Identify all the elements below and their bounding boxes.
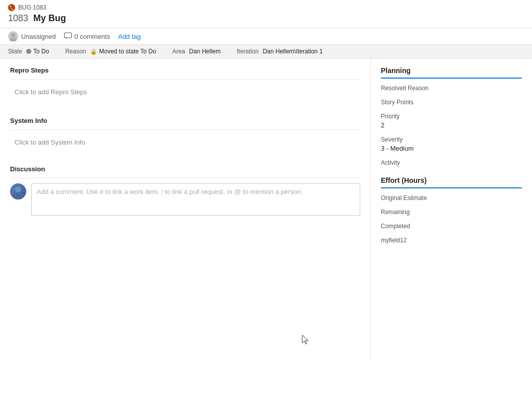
resolved-reason-label: Resolved Reason <box>381 85 522 92</box>
completed-label: Completed <box>381 223 522 230</box>
comments-count: 0 comments <box>75 33 110 40</box>
priority-label: Priority <box>381 113 522 120</box>
original-estimate-label: Original Estimate <box>381 194 522 202</box>
completed-field: Completed <box>381 223 522 230</box>
bug-label: 🐛 BUG 1083 <box>8 4 524 11</box>
reason-label: Reason <box>65 48 86 55</box>
title-bar: 🐛 BUG 1083 1083 My Bug <box>0 0 532 28</box>
work-item-id: 1083 <box>8 13 28 24</box>
remaining-label: Remaining <box>381 209 522 216</box>
state-field-group: State To Do <box>8 48 49 55</box>
repro-steps-input[interactable]: Click to add Repro Steps <box>10 85 360 105</box>
system-info-placeholder: Click to add System Info <box>15 139 85 146</box>
story-points-label: Story Points <box>381 99 522 106</box>
area-field-group: Area Dan Hellem <box>172 48 221 55</box>
area-label: Area <box>172 48 185 55</box>
bug-icon: 🐛 <box>8 4 15 11</box>
discussion-section: Discussion Add a comment. Use # to link … <box>10 165 360 216</box>
discussion-divider <box>10 178 360 178</box>
iteration-label: Iteration <box>237 48 258 55</box>
work-item-title: 1083 My Bug <box>8 13 524 24</box>
activity-field: Activity <box>381 159 522 166</box>
iteration-field-group: Iteration Dan Hellem\Iteration 1 <box>237 48 323 55</box>
assignee-field[interactable]: Unassigned <box>8 31 56 41</box>
work-item-name: My Bug <box>33 13 66 24</box>
activity-label: Activity <box>381 159 522 166</box>
assignee-icon <box>8 31 18 41</box>
lock-icon: 🔒 <box>90 48 97 55</box>
state-value[interactable]: To Do <box>26 48 49 55</box>
main-layout: Repro Steps Click to add Repro Steps Sys… <box>0 58 532 361</box>
reason-field-group: Reason 🔒 Moved to state To Do <box>65 48 156 55</box>
repro-steps-divider <box>10 79 360 80</box>
priority-value[interactable]: 2 <box>381 121 522 129</box>
bug-id: BUG 1083 <box>18 4 46 11</box>
reason-value[interactable]: 🔒 Moved to state To Do <box>90 48 156 55</box>
svg-point-4 <box>13 193 24 199</box>
add-tag-button[interactable]: Add tag <box>118 33 141 40</box>
state-label: State <box>8 48 22 55</box>
remaining-field: Remaining <box>381 209 522 216</box>
svg-point-1 <box>10 38 17 41</box>
svg-point-3 <box>15 186 21 192</box>
severity-value[interactable]: 3 - Medium <box>381 145 522 152</box>
assignee-label: Unassigned <box>21 33 56 40</box>
priority-field: Priority 2 <box>381 113 522 129</box>
story-points-field: Story Points <box>381 99 522 106</box>
discussion-input-row: Add a comment. Use # to link a work item… <box>10 183 360 216</box>
comment-placeholder: Add a comment. Use # to link a work item… <box>37 188 303 195</box>
planning-section-title: Planning <box>381 66 522 79</box>
original-estimate-field: Original Estimate <box>381 194 522 202</box>
repro-steps-placeholder: Click to add Repro Steps <box>15 88 87 96</box>
system-info-title: System Info <box>10 117 360 124</box>
severity-label: Severity <box>381 136 522 143</box>
right-panel: Planning Resolved Reason Story Points Pr… <box>371 58 532 361</box>
svg-point-0 <box>11 33 15 37</box>
left-panel: Repro Steps Click to add Repro Steps Sys… <box>0 58 371 361</box>
meta-bar: Unassigned 0 comments Add tag <box>0 28 532 45</box>
iteration-value[interactable]: Dan Hellem\Iteration 1 <box>262 48 322 55</box>
myfield12-field: myfield12 <box>381 237 522 244</box>
svg-rect-2 <box>64 33 72 38</box>
effort-section-title: Effort (Hours) <box>381 176 522 188</box>
state-dot <box>26 49 31 54</box>
comments-button[interactable]: 0 comments <box>64 32 110 40</box>
user-avatar <box>10 183 26 199</box>
myfield12-label: myfield12 <box>381 237 522 244</box>
comment-icon <box>64 32 72 40</box>
system-info-input[interactable]: Click to add System Info <box>10 135 360 155</box>
resolved-reason-field: Resolved Reason <box>381 85 522 92</box>
system-info-divider <box>10 129 360 130</box>
discussion-title: Discussion <box>10 165 360 173</box>
comment-input[interactable]: Add a comment. Use # to link a work item… <box>31 183 360 216</box>
area-value[interactable]: Dan Hellem <box>189 48 221 55</box>
repro-steps-title: Repro Steps <box>10 66 360 74</box>
severity-field: Severity 3 - Medium <box>381 136 522 152</box>
fields-bar: State To Do Reason 🔒 Moved to state To D… <box>0 45 532 58</box>
